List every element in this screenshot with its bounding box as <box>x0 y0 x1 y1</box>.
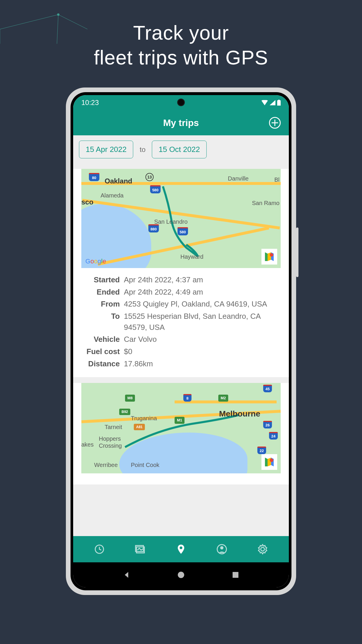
map-place-label: Alameda <box>101 192 124 199</box>
bottom-nav <box>73 536 289 562</box>
trip-card[interactable]: Melbourne Truganina Tarneit Hoppers Cros… <box>73 383 289 484</box>
gear-icon <box>257 544 268 555</box>
value-ended: Apr 24th 2022, 4:49 am <box>124 287 280 298</box>
status-time: 10:23 <box>81 99 99 107</box>
svg-point-47 <box>270 459 273 462</box>
road-shield: M1 <box>175 417 184 424</box>
android-recent-button[interactable] <box>230 570 241 580</box>
label-ended: Ended <box>82 287 120 298</box>
svg-rect-55 <box>233 572 238 578</box>
road-shield: 580 <box>178 227 188 235</box>
road-shield: 8 <box>183 394 191 402</box>
value-vehicle: Car Volvo <box>124 334 280 345</box>
map-place-label: Point Cook <box>131 462 159 468</box>
svg-rect-45 <box>278 100 280 100</box>
google-maps-badge[interactable] <box>261 454 277 470</box>
google-logo: Google <box>85 258 106 265</box>
plus-icon <box>272 120 278 126</box>
map-place-label: Werribee <box>94 462 118 468</box>
road-shield: 880 <box>148 224 159 232</box>
road-shield: 13 <box>145 173 154 181</box>
battery-icon <box>277 100 281 106</box>
from-date-picker[interactable]: 15 Apr 2022 <box>79 141 133 158</box>
headline-line1: Track your <box>0 20 362 45</box>
map-place-label: Bl <box>274 176 280 183</box>
value-from: 4253 Quigley Pl, Oakland, CA 94619, USA <box>124 299 280 310</box>
phone-frame: 10:23 My trips 15 Apr 2022 to 15 Oct 202… <box>66 88 296 595</box>
road-shield: 45 <box>263 385 272 392</box>
to-label: to <box>140 146 145 154</box>
road-shield: 26 <box>263 421 272 428</box>
android-home-button[interactable] <box>176 570 186 580</box>
trip-map-thumbnail[interactable]: Oakland Alameda San Leandro Hayward Danv… <box>81 169 281 268</box>
android-nav-bar <box>73 562 289 587</box>
date-filter-bar: 15 Apr 2022 to 15 Oct 2022 <box>73 135 289 164</box>
nav-trips[interactable] <box>174 542 188 556</box>
map-place-label: San Leandro <box>154 218 188 225</box>
map-place-label: San Ramo <box>252 200 280 206</box>
svg-rect-44 <box>277 100 281 106</box>
nav-settings[interactable] <box>256 542 270 556</box>
road-shield: B92 <box>119 409 130 415</box>
label-fuelcost: Fuel cost <box>82 346 120 357</box>
road-shield: 580 <box>150 185 161 193</box>
label-vehicle: Vehicle <box>82 334 120 345</box>
user-icon <box>216 544 227 555</box>
svg-point-53 <box>220 546 223 550</box>
location-pin-icon <box>175 544 187 555</box>
promo-headline: Track your fleet trips with GPS <box>0 0 362 70</box>
road-shield: 24 <box>269 432 278 440</box>
phone-side-button <box>296 228 298 277</box>
map-place-label: Tarneit <box>105 424 122 430</box>
trip-details: StartedApr 24th 2022, 4:37 am EndedApr 2… <box>73 273 289 370</box>
map-place-label: Danville <box>228 175 249 182</box>
svg-point-46 <box>270 253 273 257</box>
app-bar: My trips <box>73 110 289 135</box>
wifi-icon <box>261 100 268 105</box>
trip-map-thumbnail[interactable]: Melbourne Truganina Tarneit Hoppers Cros… <box>81 383 281 473</box>
value-started: Apr 24th 2022, 4:37 am <box>124 274 280 286</box>
camera-punch-hole <box>177 99 185 106</box>
value-to: 15525 Hesperian Blvd, San Leandro, CA 94… <box>124 311 280 333</box>
label-distance: Distance <box>82 358 120 370</box>
gallery-icon <box>135 544 146 555</box>
value-distance: 17.86km <box>124 358 280 370</box>
label-to: To <box>82 311 120 333</box>
nav-history[interactable] <box>92 542 106 556</box>
add-trip-button[interactable] <box>269 117 281 129</box>
label-from: From <box>82 299 120 310</box>
label-started: Started <box>82 274 120 286</box>
trip-card[interactable]: Oakland Alameda San Leandro Hayward Danv… <box>73 169 289 377</box>
road-shield: 80 <box>89 173 99 181</box>
map-place-label: Truganina <box>131 415 157 422</box>
nav-gallery[interactable] <box>133 542 147 556</box>
map-place-label: Crossing <box>99 442 122 449</box>
road-shield: A81 <box>134 424 145 430</box>
page-title: My trips <box>163 118 199 128</box>
headline-line2: fleet trips with GPS <box>0 45 362 70</box>
value-fuelcost: $0 <box>124 346 280 357</box>
map-place-label: Oakland <box>105 177 132 185</box>
svg-point-51 <box>180 547 182 550</box>
clock-icon <box>94 544 105 555</box>
road-shield: M8 <box>125 395 135 402</box>
map-place-label: Hoppers <box>99 435 121 442</box>
map-place-label: Melbourne <box>219 409 260 419</box>
to-date-picker[interactable]: 15 Oct 2022 <box>152 141 207 158</box>
road-shield: M2 <box>218 395 228 402</box>
svg-point-54 <box>178 572 184 578</box>
road-shield: 22 <box>257 447 266 454</box>
trips-list[interactable]: Oakland Alameda San Leandro Hayward Danv… <box>73 164 289 536</box>
map-place-label: Hayward <box>180 253 203 260</box>
google-maps-badge[interactable] <box>261 249 277 265</box>
android-back-button[interactable] <box>121 570 132 580</box>
map-place-label: akes <box>81 441 94 448</box>
nav-profile[interactable] <box>215 542 229 556</box>
signal-icon <box>270 100 275 105</box>
map-place-label: sco <box>81 198 93 206</box>
